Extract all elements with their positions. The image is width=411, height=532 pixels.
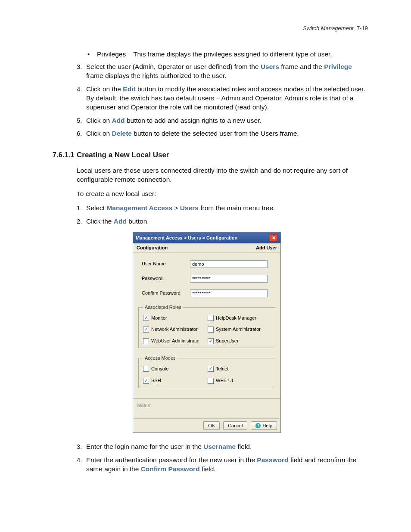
bullet-icon: • bbox=[87, 50, 97, 59]
password-field-link: Password bbox=[257, 456, 288, 464]
section-step-3: 3. Enter the login name for the user in … bbox=[77, 442, 370, 451]
help-button[interactable]: ?Help bbox=[251, 421, 277, 430]
checkbox-icon bbox=[143, 327, 149, 333]
username-field-link: Username bbox=[203, 443, 236, 450]
legend-roles: Associated Roles bbox=[143, 304, 183, 311]
add-link: Add bbox=[112, 117, 125, 124]
section-heading: 7.6.1.1 Creating a New Local User bbox=[53, 150, 370, 160]
checkbox-label: WebUser Administrator bbox=[151, 338, 200, 344]
checkbox-label: WEB-UI bbox=[216, 377, 233, 384]
label-password: Password bbox=[142, 275, 190, 282]
management-access-link: Management Access bbox=[106, 204, 172, 212]
header-section: Switch Management bbox=[303, 25, 354, 31]
role-checkbox-webuser-administrator[interactable]: WebUser Administrator bbox=[143, 338, 206, 344]
checkbox-icon bbox=[208, 366, 214, 372]
bullet-text: Privileges – This frame displays the pri… bbox=[97, 50, 370, 59]
checkbox-icon bbox=[143, 338, 149, 344]
checkbox-label: System Administrator bbox=[216, 326, 261, 333]
role-checkbox-helpdesk-manager[interactable]: HelpDesk Manager bbox=[208, 315, 271, 321]
input-confirm-password[interactable]: ********** bbox=[190, 289, 268, 297]
legend-modes: Access Modes bbox=[143, 355, 177, 361]
input-username[interactable]: demo bbox=[190, 260, 268, 268]
label-username: User Name bbox=[142, 261, 190, 267]
tab-configuration[interactable]: Configuration bbox=[137, 245, 168, 251]
role-checkbox-superuser[interactable]: SuperUser bbox=[208, 338, 271, 344]
checkbox-label: Monitor bbox=[151, 315, 167, 321]
step-3: 3. Select the user (Admin, Operator or u… bbox=[77, 62, 370, 81]
ok-button[interactable]: OK bbox=[203, 421, 220, 430]
step-6: 6. Click on Delete button to delete the … bbox=[77, 129, 370, 138]
dialog-status: Status: bbox=[133, 398, 280, 418]
row-username: User Name demo bbox=[142, 260, 275, 268]
step-4: 4. Click on the Edit button to modify th… bbox=[77, 85, 370, 112]
input-password[interactable]: ********** bbox=[190, 275, 268, 283]
label-confirm-password: Confirm Password bbox=[142, 290, 190, 296]
help-icon: ? bbox=[255, 423, 261, 428]
mode-checkbox-console[interactable]: Console bbox=[143, 366, 206, 372]
checkbox-label: Network Administrator bbox=[151, 326, 198, 333]
checkbox-icon bbox=[208, 378, 214, 384]
role-checkbox-network-administrator[interactable]: Network Administrator bbox=[143, 326, 206, 333]
fieldset-associated-roles: Associated Roles MonitorHelpDesk Manager… bbox=[138, 304, 275, 348]
dialog-title-text: Management Access > Users > Configuratio… bbox=[136, 235, 237, 241]
add-button-link: Add bbox=[114, 218, 127, 225]
mode-checkbox-web-ui[interactable]: WEB-UI bbox=[208, 377, 271, 384]
mode-checkbox-ssh[interactable]: SSH bbox=[143, 377, 206, 384]
bullet-privileges: • Privileges – This frame displays the p… bbox=[87, 50, 370, 59]
dialog-titlebar: Management Access > Users > Configuratio… bbox=[133, 233, 280, 243]
section-step-4: 4. Enter the authentication password for… bbox=[77, 456, 370, 474]
checkbox-icon bbox=[143, 315, 149, 321]
step-5: 5. Click on Add button to add and assign… bbox=[77, 116, 370, 125]
section-title: Creating a New Local User bbox=[77, 150, 169, 160]
row-password: Password ********** bbox=[142, 275, 275, 283]
checkbox-label: Console bbox=[151, 366, 168, 372]
mode-checkbox-telnet[interactable]: Telnet bbox=[208, 366, 271, 372]
section-intro: Local users are those users connected di… bbox=[77, 166, 370, 184]
section-number: 7.6.1.1 bbox=[53, 150, 77, 160]
checkbox-label: Telnet bbox=[216, 366, 228, 372]
cancel-button[interactable]: Cancel bbox=[223, 421, 247, 430]
checkbox-icon bbox=[208, 338, 214, 344]
users-link: Users bbox=[261, 63, 279, 70]
dialog-tabs: Configuration Add User bbox=[133, 243, 280, 252]
checkbox-icon bbox=[143, 366, 149, 372]
section-step-1: 1. Select Management Access > Users from… bbox=[77, 204, 370, 213]
role-checkbox-monitor[interactable]: Monitor bbox=[143, 315, 206, 321]
add-user-dialog: Management Access > Users > Configuratio… bbox=[133, 232, 281, 433]
checkbox-label: SSH bbox=[151, 377, 161, 384]
role-checkbox-system-administrator[interactable]: System Administrator bbox=[208, 326, 271, 333]
privilege-link: Privilege bbox=[324, 63, 352, 70]
checkbox-icon bbox=[208, 315, 214, 321]
section-step-2: 2. Click the Add button. bbox=[77, 217, 370, 226]
confirm-password-field-link: Confirm Password bbox=[141, 465, 200, 473]
header-page: 7-19 bbox=[357, 25, 368, 31]
checkbox-label: SuperUser bbox=[216, 338, 239, 344]
section-lead: To create a new local user: bbox=[77, 190, 370, 199]
status-label: Status: bbox=[137, 403, 151, 408]
edit-link: Edit bbox=[123, 85, 135, 93]
checkbox-label: HelpDesk Manager bbox=[216, 315, 256, 321]
tab-add-user: Add User bbox=[256, 245, 277, 251]
checkbox-icon bbox=[208, 327, 214, 333]
checkbox-icon bbox=[143, 378, 149, 384]
users-menu-link: Users bbox=[180, 204, 199, 212]
close-icon[interactable]: ✕ bbox=[270, 234, 278, 242]
fieldset-access-modes: Access Modes ConsoleTelnetSSHWEB-UI bbox=[138, 355, 275, 388]
row-confirm-password: Confirm Password ********** bbox=[142, 289, 275, 297]
delete-link: Delete bbox=[112, 130, 132, 137]
page-header: Switch Management 7-19 bbox=[303, 25, 368, 31]
